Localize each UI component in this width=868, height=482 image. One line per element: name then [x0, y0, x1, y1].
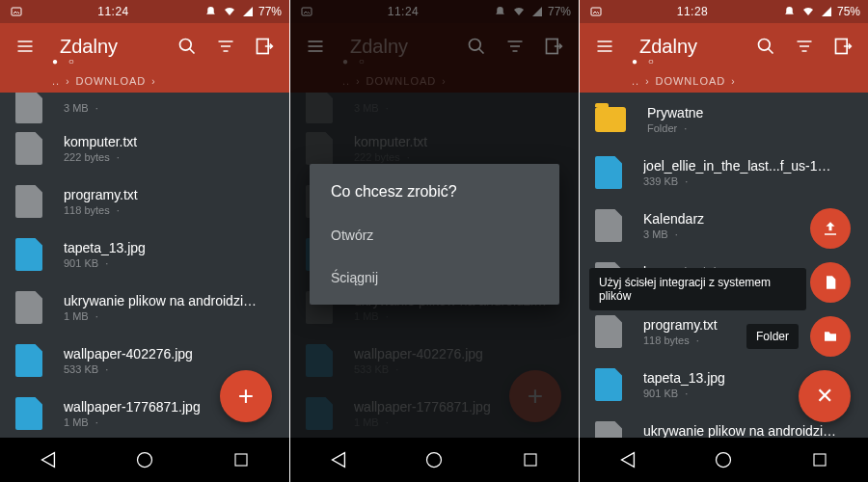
file-name: programy.txt	[643, 317, 718, 333]
back-button[interactable]	[615, 447, 640, 472]
exit-icon[interactable]	[245, 27, 284, 66]
svg-point-1	[180, 40, 192, 51]
svg-point-3	[138, 453, 152, 468]
file-meta: 118 bytes ·	[64, 204, 138, 216]
screen-1: 11:24 77% Zdalny ● ○ ..› DOWNLOAD› 3 MB …	[0, 0, 289, 482]
recents-button[interactable]	[807, 447, 832, 472]
file-meta: 118 bytes ·	[643, 335, 718, 346]
file-name: Prywatne	[647, 105, 703, 120]
signal-icon	[242, 6, 254, 17]
home-button[interactable]	[132, 447, 157, 472]
menu-icon[interactable]	[585, 27, 624, 66]
fab-new-folder[interactable]: Folder	[746, 316, 851, 357]
battery-text: 77%	[258, 5, 282, 18]
integration-tooltip: Użyj ścisłej integracji z systemem plikó…	[589, 268, 806, 310]
dialog-title: Co chcesz zrobić?	[310, 183, 559, 214]
home-button[interactable]	[421, 447, 447, 472]
file-meta: 339 KB ·	[643, 175, 836, 187]
pager-dots[interactable]: ● ○	[52, 56, 78, 67]
file-name: joel_ellie_in_the_last...f_us-1920x1080.…	[643, 158, 836, 174]
wifi-icon	[223, 6, 236, 17]
battery-text: 75%	[837, 5, 860, 18]
file-name: ukrywanie plikow na androidzie.rtf	[64, 293, 257, 308]
svg-rect-13	[825, 233, 836, 235]
file-icon	[595, 315, 622, 348]
file-name: tapeta_13.jpg	[643, 370, 725, 386]
home-button[interactable]	[711, 447, 736, 472]
file-icon	[15, 291, 42, 324]
file-row[interactable]: komputer.txt222 bytes ·	[0, 121, 289, 174]
screen-3: 11:28 75% Zdalny ● ○ ..› DOWNLOAD› Prywa…	[579, 0, 868, 482]
file-icon	[595, 368, 622, 401]
file-name: Kalendarz	[643, 211, 704, 227]
file-meta: 533 KB ·	[64, 363, 193, 375]
image-icon	[11, 6, 22, 17]
fab-upload[interactable]	[810, 208, 851, 249]
svg-rect-0	[12, 8, 21, 15]
back-button[interactable]	[36, 447, 61, 472]
file-row[interactable]: 3 MB ·	[0, 93, 289, 121]
file-row[interactable]: ukrywanie plikow na androidzie.rtf1 MB ·	[0, 281, 289, 334]
svg-rect-10	[591, 8, 601, 15]
menu-icon[interactable]	[6, 27, 44, 66]
svg-rect-15	[814, 454, 826, 466]
search-icon[interactable]	[168, 27, 206, 66]
nav-bar	[0, 438, 289, 482]
fab-close[interactable]: ✕	[799, 370, 851, 422]
recents-button[interactable]	[518, 447, 543, 472]
nav-bar	[290, 438, 579, 482]
fab-menu: Plik Folder ✕	[746, 208, 851, 422]
file-icon	[15, 132, 42, 165]
recents-button[interactable]	[229, 447, 254, 472]
file-meta: 3 MB ·	[643, 228, 704, 240]
file-row[interactable]: programy.txt118 bytes ·	[0, 174, 289, 228]
file-name: tapeta_13.jpg	[64, 240, 146, 255]
svg-point-8	[427, 453, 442, 468]
breadcrumb[interactable]: ..› DOWNLOAD›	[0, 69, 289, 93]
file-icon	[810, 262, 851, 303]
file-row[interactable]: tapeta_13.jpg901 KB ·	[0, 228, 289, 281]
dialog-option-download[interactable]: Ściągnij	[310, 256, 559, 299]
exit-icon[interactable]	[824, 27, 862, 66]
file-name: komputer.txt	[64, 134, 137, 149]
file-meta: 1 MB ·	[64, 310, 257, 322]
wifi-icon	[801, 6, 815, 17]
file-icon	[595, 156, 622, 189]
status-bar: 11:28 75%	[580, 0, 868, 23]
file-name: programy.txt	[64, 187, 138, 202]
screen-2: 11:24 77% Zdalny ● ○ ..› DOWNLOAD› 3 MB …	[289, 0, 579, 482]
file-meta: 901 KB ·	[643, 388, 725, 399]
file-meta: 1 MB ·	[64, 416, 201, 428]
fab-add[interactable]: +	[220, 370, 272, 422]
breadcrumb[interactable]: ..› DOWNLOAD›	[580, 69, 868, 93]
file-meta: 222 bytes ·	[64, 151, 137, 163]
app-header: Zdalny ● ○ ..› DOWNLOAD›	[580, 23, 868, 93]
action-dialog: Co chcesz zrobić? Otwórz Ściągnij	[310, 164, 559, 305]
svg-rect-4	[235, 454, 247, 466]
sort-icon[interactable]	[785, 27, 824, 66]
search-icon[interactable]	[746, 27, 785, 66]
file-row[interactable]: PrywatneFolder ·	[580, 93, 868, 146]
file-meta: 901 KB ·	[64, 257, 146, 269]
file-icon	[15, 238, 42, 271]
dialog-option-open[interactable]: Otwórz	[310, 214, 559, 256]
folder-icon	[595, 107, 626, 132]
file-row[interactable]: joel_ellie_in_the_last...f_us-1920x1080.…	[580, 146, 868, 199]
nav-bar	[580, 438, 868, 482]
back-button[interactable]	[326, 447, 351, 472]
svg-point-14	[717, 453, 731, 468]
bell-icon	[783, 6, 796, 18]
file-icon	[595, 421, 622, 439]
file-icon	[15, 93, 42, 123]
sort-icon[interactable]	[206, 27, 245, 66]
bell-icon	[204, 6, 217, 18]
clock: 11:24	[97, 5, 129, 18]
header-title: Zdalny	[60, 36, 118, 58]
upload-icon	[810, 208, 851, 249]
file-meta: Folder ·	[647, 122, 703, 134]
image-icon	[590, 6, 602, 17]
clock: 11:28	[677, 5, 709, 18]
folder-icon	[810, 316, 851, 357]
file-icon	[595, 209, 622, 242]
status-bar: 11:24 77%	[0, 0, 289, 23]
